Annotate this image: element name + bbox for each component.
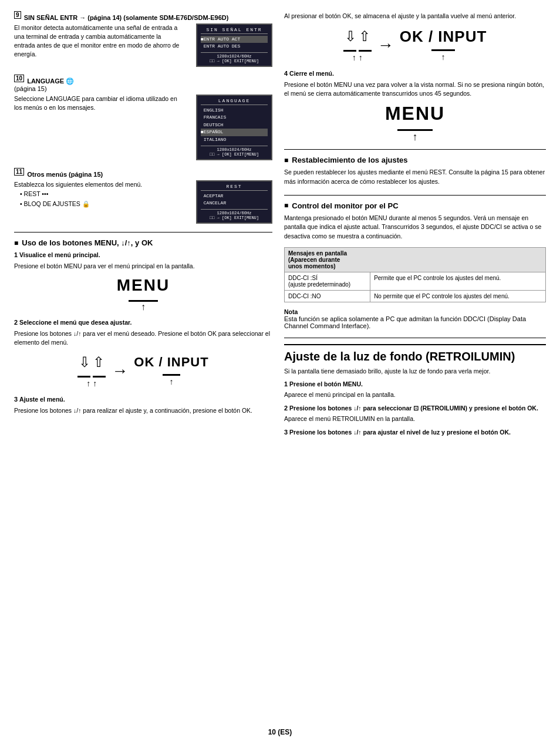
menu-label-1: MENU: [14, 277, 272, 294]
step-2: 2 Seleccione el menú que desea ajustar. …: [14, 318, 272, 347]
section-11-text: Establezca los siguientes elementos del …: [14, 180, 183, 209]
page: 9 SIN SEÑAL ENTR → (página 14) (solament…: [0, 0, 560, 748]
nav-box-r-1: [343, 46, 356, 52]
menu-section: Uso de los botones MENU, ↓/↑, y OK 1 Vis…: [14, 238, 272, 415]
menu-up-r: ↑: [413, 131, 418, 143]
section-10-title: 10 LANGUAGE 🌐(página 15): [14, 75, 272, 92]
screen-9-bottom: 1280x1024/60Hz□□ → [OK] EXIT[MENU]: [201, 52, 268, 63]
section-10-screen: LANGUAGE ENGLISH FRANCAIS DEUTSCH ■ESPAÑ…: [188, 95, 272, 160]
menu-box-r: [397, 125, 433, 131]
bullet-bloq: • BLOQ DE AJUSTES 🔒: [20, 199, 183, 209]
nav-box-1: [77, 372, 90, 378]
section-9-text: El monitor detecta automáticamente una s…: [14, 23, 183, 59]
retroilumin-intro: Si la pantalla tiene demasiado brillo, a…: [284, 367, 546, 376]
section-11-title: 11 Otros menús (página 15): [14, 169, 272, 178]
control-pc-body: Mantenga presionado el botón MENU durant…: [284, 214, 546, 241]
page-number: 10 (ES): [14, 728, 546, 736]
nav-up-r: ↑ ↑: [352, 53, 363, 62]
restablecimiento-section: Restablecimiento de los ajustes Se puede…: [284, 156, 546, 187]
ok-box: [163, 370, 180, 376]
screen-9-item-2: ENTR AUTO DES: [201, 43, 268, 50]
screen-10-item-1: ENGLISH: [201, 107, 268, 114]
section-10-body: Seleccione LANGUAGE para cambiar el idio…: [14, 95, 272, 160]
menu-diagram-r: MENU ↑: [284, 104, 546, 143]
btn-group-arrows-r: ⇩ ⇧ ↑ ↑: [343, 28, 372, 62]
divider-r-3: [284, 338, 546, 338]
up-arrow-r-icon: ⇧: [359, 28, 370, 45]
section-9-title: 9 SIN SEÑAL ENTR → (página 14) (solament…: [14, 12, 272, 21]
screen-10-item-3: DEUTSCH: [201, 122, 268, 129]
nav-box-r-2: [359, 46, 372, 52]
note-text: Esta función se aplica solamente a PC qu…: [284, 315, 526, 329]
screen-10-bottom: 1280x1024/60Hz□□ → [OK] EXIT[MENU]: [201, 146, 268, 157]
menu-label-r: MENU: [284, 104, 546, 123]
section-10: 10 LANGUAGE 🌐(página 15) Seleccione LANG…: [14, 75, 272, 160]
ok-input-label-r: OK / INPUT: [400, 29, 487, 44]
section-11-body: Establezca los siguientes elementos del …: [14, 180, 272, 224]
table-row-ddc-no: DDC-CI :NO No permite que el PC controle…: [285, 290, 546, 302]
retro-step-1: 1 Presione el botón MENU. Aparece el men…: [284, 380, 546, 399]
ok-box-r: [431, 45, 455, 51]
step-4: 4 Cierre el menú. Presione el botón MENU…: [284, 69, 546, 98]
screen-9-item-1: ■ENTR AUTO ACT: [201, 36, 268, 43]
ok-up-arrow: ↑: [170, 377, 174, 386]
section-11: 11 Otros menús (página 15) Establezca lo…: [14, 169, 272, 224]
screen-11-item-2: CANCELAR: [201, 200, 268, 207]
control-pc-heading: Control del monitor por el PC: [284, 201, 546, 210]
screen-11-bottom: 1280x1024/60Hz□□ → [OK] EXIT[MENU]: [201, 209, 268, 220]
down-arrow-r-icon: ⇩: [345, 28, 356, 45]
arrow-right-icon: →: [112, 363, 128, 379]
ddc-si-label: DDC-CI :SÍ(ajuste predeterminado): [285, 272, 370, 290]
retro-step-3: 3 Presione los botones ↓/↑ para ajustar …: [284, 428, 546, 437]
retroilumin-section: Ajuste de la luz de fondo (RETROILUMIN) …: [284, 344, 546, 437]
menu-section-heading: Uso de los botones MENU, ↓/↑, y OK: [14, 238, 272, 247]
note-label: Nota: [284, 308, 298, 315]
section-9: 9 SIN SEÑAL ENTR → (página 14) (solament…: [14, 12, 272, 67]
divider-r-1: [284, 149, 546, 150]
bullet-rest: • REST •••: [20, 189, 183, 199]
intro-text: Al presionar el botón OK, se almacena el…: [284, 12, 546, 21]
ok-input-label: OK / INPUT: [134, 356, 208, 369]
menu-up-arrow-1: ↑: [141, 302, 146, 312]
ok-group-r: OK / INPUT ↑: [400, 29, 487, 62]
menu-box-1: [129, 296, 158, 302]
screen-9-title: SIN SEÑAL ENTR: [201, 27, 268, 34]
control-pc-section: Control del monitor por el PC Mantenga p…: [284, 201, 546, 329]
restablecimiento-body: Se pueden restablecer los ajustes median…: [284, 168, 546, 187]
screen-9: SIN SEÑAL ENTR ■ENTR AUTO ACT ENTR AUTO …: [196, 23, 272, 68]
screen-11-item-1: ACEPTAR: [201, 193, 268, 200]
divider-left: [14, 232, 272, 233]
nav-box-2: [93, 372, 106, 378]
section-10-text: Seleccione LANGUAGE para cambiar el idio…: [14, 95, 183, 112]
down-arrow-icon: ⇩: [79, 354, 90, 370]
right-column: Al presionar el botón OK, se almacena el…: [284, 12, 546, 722]
ddc-no-desc: No permite que el PC controle los ajuste…: [370, 290, 546, 302]
nav-arrows: ⇩ ⇧: [79, 354, 104, 370]
note-block: Nota Esta función se aplica solamente a …: [284, 308, 546, 329]
ok-up-r: ↑: [441, 52, 445, 62]
btn-group-arrows: ⇩ ⇧ ↑ ↑: [77, 354, 106, 388]
screen-10-item-5: ITALIANO: [201, 136, 268, 143]
arrow-right-r-icon: →: [377, 37, 394, 53]
divider-r-2: [284, 195, 546, 196]
buttons-diagram: ⇩ ⇧ ↑ ↑ → OK / INPU: [14, 354, 272, 388]
main-columns: 9 SIN SEÑAL ENTR → (página 14) (solament…: [14, 12, 546, 722]
nav-up-arrows: ↑ ↑: [86, 379, 97, 388]
ok-group: OK / INPUT ↑: [134, 356, 208, 386]
screen-10-item-2: FRANCAIS: [201, 114, 268, 121]
step-3: 3 Ajuste el menú. Presione los botones ↓…: [14, 395, 272, 415]
ddc-table: Mensajes en pantalla(Aparecen duranteuno…: [284, 247, 546, 302]
ddc-si-desc: Permite que el PC controle los ajustes d…: [370, 272, 546, 290]
up-arrow-icon: ⇧: [93, 354, 104, 370]
nav-arrows-r: ⇩ ⇧: [345, 28, 370, 45]
section-9-body: El monitor detecta automáticamente una s…: [14, 23, 272, 68]
nav-boxes: [77, 372, 106, 378]
ok-input-diagram-top: ⇩ ⇧ ↑ ↑ → OK / INPUT ↑: [284, 28, 546, 62]
ddc-no-label: DDC-CI :NO: [285, 290, 370, 302]
left-column: 9 SIN SEÑAL ENTR → (página 14) (solament…: [14, 12, 272, 722]
retroilumin-title: Ajuste de la luz de fondo (RETROILUMIN): [284, 344, 546, 363]
screen-11: REST ACEPTAR CANCELAR 1280x1024/60Hz□□ →…: [196, 180, 272, 224]
table-header: Mensajes en pantalla(Aparecen duranteuno…: [285, 247, 546, 272]
nav-boxes-r: [343, 46, 372, 52]
screen-10-title: LANGUAGE: [201, 98, 268, 105]
